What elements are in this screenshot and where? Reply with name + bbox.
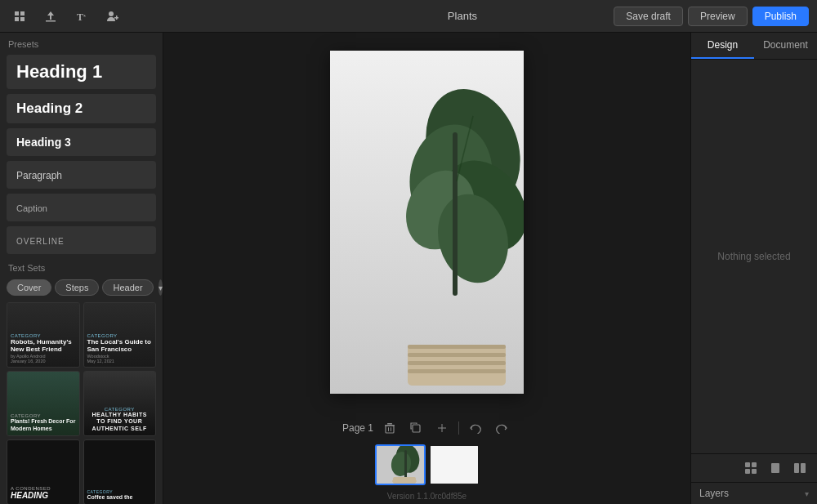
svg-rect-20 [408, 345, 506, 349]
svg-rect-21 [408, 353, 506, 357]
control-divider [458, 421, 459, 435]
right-tabs: Design Document [691, 33, 817, 60]
layers-label: Layers [699, 488, 729, 499]
preset-cards-grid-bottom: A CONDENSED HEADING CATEGORY Coffee save… [0, 439, 163, 504]
text-set-tabs: Cover Steps Header ▾ [0, 276, 163, 299]
preset-overline-label: OVERLINE [16, 237, 65, 246]
tab-cover[interactable]: Cover [7, 279, 51, 296]
tab-steps[interactable]: Steps [55, 279, 99, 296]
card-title: HEALTHY HABITS TO FIND YOUR AUTHENTIC SE… [87, 412, 153, 432]
preset-heading3-label: Heading 3 [16, 136, 71, 149]
svg-rect-17 [453, 132, 458, 296]
svg-rect-32 [438, 428, 446, 429]
right-content: Nothing selected [691, 60, 817, 453]
thumbnail-row [375, 444, 480, 492]
preset-cards-grid: CATEGORY Robots, Humanity's New Best Fri… [0, 299, 163, 439]
single-column-icon[interactable] [766, 459, 784, 477]
person-add-icon[interactable] [101, 5, 124, 28]
svg-rect-4 [46, 20, 56, 22]
tab-header[interactable]: Header [102, 279, 153, 296]
thumbnail-2[interactable] [429, 444, 480, 485]
list-item[interactable]: CATEGORY The Local's Guide to San Franci… [83, 302, 157, 368]
card-title: The Local's Guide to San Francisco [87, 338, 153, 354]
save-draft-button[interactable]: Save draft [614, 7, 683, 26]
page-label: Page 1 [342, 422, 373, 434]
svg-rect-41 [752, 462, 757, 467]
right-icon-row [691, 454, 817, 482]
preset-paragraph[interactable]: Paragraph [7, 161, 156, 189]
svg-text:T: T [77, 11, 83, 23]
thumbnail-1[interactable] [375, 444, 426, 485]
top-bar-left-icons: T * [8, 5, 311, 28]
svg-rect-46 [801, 463, 806, 473]
svg-rect-9 [114, 17, 118, 19]
thumbnail-2-inner [431, 446, 478, 484]
svg-rect-29 [391, 427, 391, 431]
list-item[interactable]: CATEGORY HEALTHY HABITS TO FIND YOUR AUT… [83, 371, 157, 436]
tab-design[interactable]: Design [691, 33, 754, 59]
right-sidebar: Design Document Nothing selected [690, 33, 817, 504]
main-layout: Presets Heading 1 Heading 2 Heading 3 Pa… [0, 33, 817, 504]
svg-rect-0 [15, 11, 19, 16]
preview-button[interactable]: Preview [688, 7, 748, 26]
svg-rect-22 [408, 361, 506, 365]
version-text: Version 1.1.0rc0df85e [379, 492, 475, 504]
list-item[interactable]: CATEGORY Robots, Humanity's New Best Fri… [7, 302, 80, 368]
delete-page-icon[interactable] [380, 418, 400, 438]
card-title: Plants! Fresh Decor For Modern Homes [11, 418, 76, 432]
svg-rect-26 [387, 423, 392, 425]
card-title: HEADING [11, 491, 76, 501]
text-icon[interactable]: T * [70, 5, 93, 28]
svg-point-7 [109, 11, 114, 16]
preset-heading2-label: Heading 2 [16, 100, 83, 116]
upload-icon[interactable] [39, 5, 62, 28]
list-item[interactable]: CATEGORY Coffee saved the [83, 439, 157, 504]
redo-icon[interactable] [492, 418, 511, 438]
svg-rect-39 [431, 446, 478, 484]
list-item[interactable]: CATEGORY Plants! Fresh Decor For Modern … [7, 371, 80, 436]
card-date: January 16, 2020 [11, 359, 76, 364]
preset-paragraph-label: Paragraph [16, 170, 62, 181]
svg-rect-2 [15, 17, 19, 21]
layers-chevron-icon: ▾ [805, 489, 809, 498]
copy-page-icon[interactable] [406, 418, 426, 438]
svg-rect-45 [794, 463, 799, 473]
preset-overline[interactable]: OVERLINE [7, 226, 156, 254]
top-bar: T * Plants Save draft Preview Publish [0, 0, 817, 33]
layers-bar[interactable]: Layers ▾ [691, 482, 817, 504]
list-item[interactable]: A CONDENSED HEADING [7, 439, 80, 504]
card-date: May 12, 2021 [87, 359, 153, 364]
preset-heading2[interactable]: Heading 2 [7, 94, 156, 123]
tab-document[interactable]: Document [754, 33, 817, 59]
svg-text:*: * [83, 13, 86, 20]
preset-caption[interactable]: Caption [7, 194, 156, 221]
svg-rect-3 [20, 17, 25, 21]
canvas-area: › Page 1 [163, 33, 690, 504]
multi-column-icon[interactable] [791, 459, 809, 477]
presets-label: Presets [0, 33, 163, 52]
card-title: Robots, Humanity's New Best Friend [11, 338, 76, 354]
svg-rect-44 [771, 463, 779, 473]
expand-button[interactable]: ▾ [158, 279, 163, 296]
svg-rect-27 [386, 426, 394, 433]
publish-button[interactable]: Publish [752, 7, 809, 26]
thumbnail-1-inner [377, 446, 424, 484]
preset-caption-label: Caption [16, 203, 47, 213]
svg-rect-36 [404, 450, 407, 479]
svg-rect-43 [752, 469, 757, 474]
home-icon[interactable] [8, 5, 31, 28]
right-bottom: Layers ▾ [691, 453, 817, 504]
undo-icon[interactable] [466, 418, 485, 438]
page-title: Plants [311, 10, 614, 22]
svg-rect-1 [20, 11, 25, 16]
preset-heading3[interactable]: Heading 3 [7, 128, 156, 156]
page-controls: Page 1 [342, 412, 511, 444]
canvas-scroll: › [163, 33, 690, 412]
preset-heading1[interactable]: Heading 1 [7, 55, 156, 89]
grid-icon[interactable] [742, 459, 760, 477]
add-page-icon[interactable] [432, 418, 452, 438]
top-bar-actions: Save draft Preview Publish [614, 7, 809, 26]
svg-rect-30 [413, 425, 420, 432]
svg-rect-38 [393, 477, 416, 484]
svg-rect-23 [408, 369, 506, 373]
